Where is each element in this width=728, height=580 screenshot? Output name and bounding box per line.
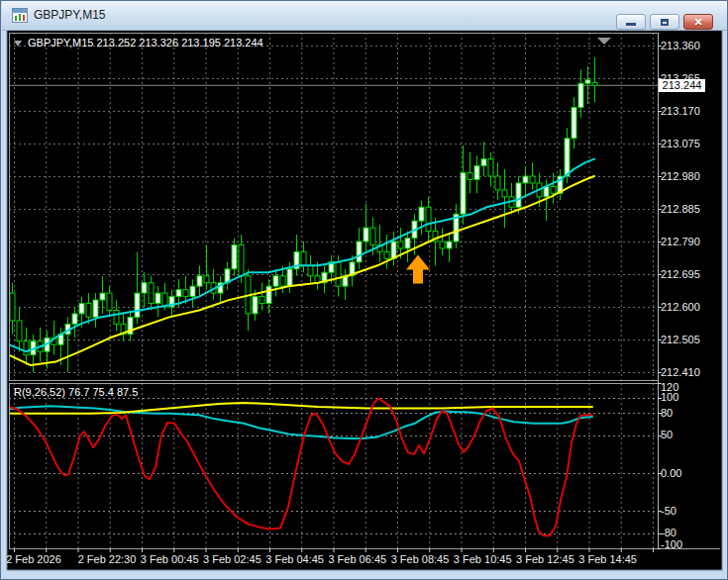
terminal-chart-window: GBPJPY,M15 ✕ GBPJPY,M15 213.252 213.326 … — [0, 0, 728, 580]
price-tick-label: 213.360 — [661, 40, 722, 52]
price-tick-label: 212.410 — [661, 366, 722, 379]
close-icon: ✕ — [693, 15, 702, 29]
indicator-tick-label: -50 — [661, 505, 722, 518]
price-tick-label: 212.695 — [661, 268, 722, 281]
indicator-tick-label: 80 — [661, 407, 722, 420]
window-title: GBPJPY,M15 — [34, 1, 105, 30]
chart-canvas[interactable] — [1, 1, 728, 580]
indicator-tick-label: -100 — [661, 538, 722, 551]
symbol-ohlc-label: GBPJPY,M15 213.252 213.326 213.195 213.2… — [14, 37, 263, 49]
indicator-label: R(9,26,52) 76.7 75.4 87.5 — [14, 386, 138, 399]
time-tick-label: 3 Feb 14:45 — [566, 553, 651, 566]
indicator-tick-label: 0.00 — [661, 467, 722, 480]
price-tick-label: 212.600 — [661, 301, 722, 314]
restore-button[interactable] — [650, 14, 679, 30]
minimize-icon — [626, 23, 636, 26]
window-controls: ✕ — [616, 14, 713, 30]
current-price-tag: 213.244 — [659, 79, 705, 92]
close-button[interactable]: ✕ — [683, 14, 713, 30]
price-tick-label: 213.075 — [661, 138, 722, 150]
chevron-down-icon — [14, 41, 22, 47]
indicator-tick-label: 50 — [661, 429, 722, 441]
indicator-tick-label: 100 — [661, 391, 722, 404]
restore-icon — [661, 19, 669, 26]
chart-window-icon — [12, 8, 28, 23]
titlebar[interactable]: GBPJPY,M15 ✕ — [2, 1, 728, 31]
price-tick-label: 212.885 — [661, 203, 722, 216]
price-tick-label: 212.505 — [661, 334, 722, 346]
price-tick-label: 213.170 — [661, 105, 722, 118]
price-tick-label: 212.790 — [661, 236, 722, 248]
price-tick-label: 212.980 — [661, 170, 722, 183]
minimize-button[interactable] — [616, 14, 646, 30]
